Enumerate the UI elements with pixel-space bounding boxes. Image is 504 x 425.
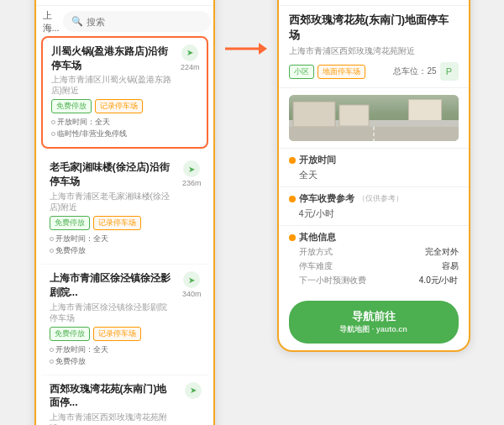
parking-list: 川蜀火锅(盈港东路店)沿街停车场 上海市青浦区川蜀火锅(盈港东路店)附近 免费停… xyxy=(36,36,213,425)
nav-icon-4[interactable]: ➤ xyxy=(185,382,202,399)
item-3-info2: 免费停放 xyxy=(50,356,175,367)
tag-record: 记录停车场 xyxy=(95,99,143,113)
dot-icon-5 xyxy=(50,348,54,352)
info-val-1: 完全对外 xyxy=(425,246,459,258)
photo-section xyxy=(279,88,469,149)
arrow-connector xyxy=(225,0,267,57)
park-tags-row: 小区 地面停车场 总车位：25 P xyxy=(289,62,459,81)
nav-btn-label: 导航前往 xyxy=(297,309,450,324)
item-2-sub: 上海市青浦区老毛家湘味楼(徐泾店)附近 xyxy=(50,191,175,212)
pricing-value: 4元/小时 xyxy=(289,207,459,220)
item-2-info1: 开放时间：全天 xyxy=(50,233,175,244)
item-2-tags: 免费停放 记录停车场 xyxy=(50,216,175,230)
tag-free-2: 免费停放 xyxy=(50,216,90,230)
info-key-3: 下一小时预测收费 xyxy=(299,275,366,286)
nav-button[interactable]: 导航前往 导航地图 · yauto.cn xyxy=(289,301,459,344)
parking-item-4[interactable]: 西郊玫瑰湾花苑(东南门)地面停... 上海市青浦区西郊玫瑰湾花苑附近 ➤ xyxy=(41,375,208,425)
info-table: 开放方式 完全对外 停车难度 容易 下一小时预测收费 4.0元/小时 xyxy=(289,246,459,286)
other-info-section: 其他信息 开放方式 完全对外 停车难度 容易 下一小时预测收费 4.0元/小时 xyxy=(279,226,469,294)
other-info-label: 其他信息 xyxy=(289,231,459,244)
tag-record-3: 记录停车场 xyxy=(93,327,141,341)
item-1-distance: 224m xyxy=(181,63,200,71)
park-sub-name: 上海市青浦区西郊玫瑰湾花苑附近 xyxy=(289,45,459,57)
item-3-distance-badge: ➤ 340m xyxy=(182,271,202,298)
info-val-2: 容易 xyxy=(442,260,459,272)
park-tag-type: 小区 xyxy=(289,65,314,79)
search-input[interactable] xyxy=(87,17,202,27)
left-panel: ‹ 停车场列表 上海... 🔍 川蜀火锅(盈港东路店)沿街停车场 上海市青浦区川… xyxy=(34,0,215,425)
item-4-sub: 上海市青浦区西郊玫瑰湾花苑附近 xyxy=(50,412,175,425)
item-3-distance: 340m xyxy=(182,290,202,298)
park-main-name: 西郊玫瑰湾花苑(东南门)地面停车场 xyxy=(289,13,459,43)
svg-rect-0 xyxy=(293,102,335,127)
item-3-info1: 开放时间：全天 xyxy=(50,344,175,355)
pricing-label: 停车收费参考 （仅供参考） xyxy=(289,192,459,205)
left-panel-header: ‹ 停车场列表 xyxy=(36,0,213,6)
park-slot-icon: P xyxy=(440,62,459,81)
item-3-name: 上海市青浦区徐泾镇徐泾影剧院... xyxy=(50,271,175,300)
location-prefix: 上海... xyxy=(43,9,60,34)
nav-icon-2[interactable]: ➤ xyxy=(183,160,200,177)
item-1-sub: 上海市青浦区川蜀火锅(盈港东路店)附近 xyxy=(51,74,173,96)
orange-dot-2 xyxy=(289,196,296,202)
parking-item-2[interactable]: 老毛家|湘味楼(徐泾店)沿街停车场 上海市青浦区老毛家湘味楼(徐泾店)附近 免费… xyxy=(41,154,208,265)
item-2-info2: 免费停放 xyxy=(50,245,175,256)
nav-icon-3[interactable]: ➤ xyxy=(183,271,200,288)
open-time-value: 全天 xyxy=(289,169,459,181)
item-3-sub: 上海市青浦区徐泾镇徐泾影剧院停车场 xyxy=(50,302,175,323)
item-2-name: 老毛家|湘味楼(徐泾店)沿街停车场 xyxy=(50,160,175,189)
item-4-distance-badge: ➤ xyxy=(185,382,202,401)
orange-dot-1 xyxy=(289,157,296,164)
dot-icon-4 xyxy=(50,249,54,253)
dot-icon-6 xyxy=(50,359,54,364)
open-time-label: 开放时间 xyxy=(289,154,459,166)
dot-icon-2 xyxy=(51,132,55,136)
info-val-3: 4.0元/小时 xyxy=(419,275,459,286)
pricing-section: 停车收费参考 （仅供参考） 4元/小时 xyxy=(279,187,469,226)
arrow-right-icon xyxy=(225,40,267,57)
item-1-distance-badge: ➤ 224m xyxy=(181,45,200,71)
parking-item-1[interactable]: 川蜀火锅(盈港东路店)沿街停车场 上海市青浦区川蜀火锅(盈港东路店)附近 免费停… xyxy=(41,36,208,150)
orange-dot-3 xyxy=(289,234,296,241)
item-2-distance-badge: ➤ 236m xyxy=(182,160,202,187)
dot-icon-3 xyxy=(50,237,54,241)
right-panel: ‹ 停车场详情 西郊玫瑰湾花苑(东南门)地面停车场 上海市青浦区西郊玫瑰湾花苑附… xyxy=(277,0,470,352)
search-icon: 🔍 xyxy=(71,16,83,27)
item-1-tags: 免费停放 记录停车场 xyxy=(51,99,173,113)
right-panel-header: ‹ 停车场详情 xyxy=(279,0,469,6)
nav-btn-sub: 导航地图 · yauto.cn xyxy=(297,324,450,335)
park-name-section: 西郊玫瑰湾花苑(东南门)地面停车场 上海市青浦区西郊玫瑰湾花苑附近 小区 地面停… xyxy=(279,6,469,88)
info-row-3: 下一小时预测收费 4.0元/小时 xyxy=(299,275,459,286)
photo-bg xyxy=(289,95,459,141)
open-time-section: 开放时间 全天 xyxy=(279,149,469,187)
tag-free-3: 免费停放 xyxy=(50,327,90,341)
item-1-name: 川蜀火锅(盈港东路店)沿街停车场 xyxy=(51,45,173,73)
item-3-tags: 免费停放 记录停车场 xyxy=(50,327,175,341)
tag-record-2: 记录停车场 xyxy=(93,216,141,230)
info-row-1: 开放方式 完全对外 xyxy=(299,246,459,258)
item-2-distance: 236m xyxy=(182,179,202,187)
nav-icon-1[interactable]: ➤ xyxy=(181,45,198,61)
search-bar[interactable]: 🔍 xyxy=(63,11,211,32)
dot-icon xyxy=(51,120,55,124)
item-1-info1: 开放时间：全天 xyxy=(51,117,173,128)
photo-svg xyxy=(289,95,459,141)
total-spots: 总车位：25 xyxy=(393,66,436,77)
item-4-name: 西郊玫瑰湾花苑(东南门)地面停... xyxy=(50,382,175,411)
park-photo xyxy=(289,95,459,141)
item-1-info2: 临时性/非营业免停线 xyxy=(51,129,173,139)
info-row-2: 停车难度 容易 xyxy=(299,260,459,272)
info-key-1: 开放方式 xyxy=(299,246,333,258)
park-tag-surface: 地面停车场 xyxy=(318,65,365,79)
pricing-note: （仅供参考） xyxy=(358,193,403,204)
parking-item-3[interactable]: 上海市青浦区徐泾镇徐泾影剧院... 上海市青浦区徐泾镇徐泾影剧院停车场 免费停放… xyxy=(41,265,208,375)
tag-free: 免费停放 xyxy=(51,99,92,113)
svg-rect-1 xyxy=(339,105,369,126)
info-key-2: 停车难度 xyxy=(299,260,333,272)
